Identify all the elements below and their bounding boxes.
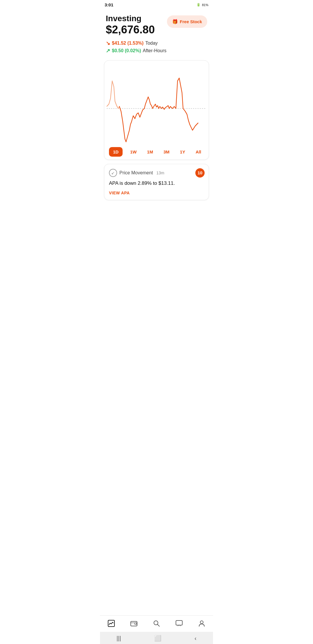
chart-area[interactable] (107, 64, 206, 145)
news-body: APA is down 2.89% to $13.11. (109, 180, 204, 187)
today-change-value: $41.52 (1.53%) (112, 41, 143, 46)
free-stock-button[interactable]: 🎁 Free Stock (167, 15, 207, 28)
down-arrow-icon: ↘ (106, 40, 110, 46)
tab-3m[interactable]: 3M (161, 147, 172, 157)
news-time: 13m (156, 171, 164, 175)
change-section: ↘ $41.52 (1.53%) Today ↗ $0.50 (0.02%) A… (100, 38, 213, 56)
time-tabs: 1D 1W 1M 3M 1Y All (107, 147, 206, 157)
after-hours-change-value: $0.50 (0.02%) (112, 48, 141, 53)
page-title: Investing (106, 14, 155, 23)
news-header: ↙ Price Movement 13m (109, 169, 204, 177)
header-left: Investing $2,676.80 (106, 14, 155, 36)
after-hours-label: After-Hours (143, 48, 167, 53)
tab-1d[interactable]: 1D (109, 147, 123, 157)
view-apa-link[interactable]: VIEW APA (109, 191, 204, 195)
price-chart (107, 64, 206, 145)
chart-card: 1D 1W 1M 3M 1Y All (104, 60, 209, 160)
tab-all[interactable]: All (193, 147, 204, 157)
tab-1y[interactable]: 1Y (177, 147, 188, 157)
today-label: Today (145, 41, 158, 46)
gift-icon: 🎁 (172, 19, 178, 24)
up-arrow-icon: ↗ (106, 48, 110, 54)
status-time: 3:01 (105, 2, 113, 7)
news-title: Price Movement (119, 170, 153, 176)
news-badge: 10 (195, 168, 205, 178)
battery-icon: 🔋 (196, 3, 201, 7)
status-bar: 3:01 🔋 81% (100, 0, 213, 8)
battery-percent: 81% (202, 3, 208, 7)
tab-1w[interactable]: 1W (127, 147, 140, 157)
header: Investing $2,676.80 🎁 Free Stock (100, 8, 213, 38)
status-icons: 🔋 81% (196, 3, 208, 7)
after-hours-change-row: ↗ $0.50 (0.02%) After-Hours (106, 48, 207, 54)
price-movement-icon: ↙ (109, 169, 117, 177)
news-card[interactable]: ↙ Price Movement 13m 10 APA is down 2.89… (104, 164, 209, 200)
today-change-row: ↘ $41.52 (1.53%) Today (106, 40, 207, 46)
tab-1m[interactable]: 1M (144, 147, 156, 157)
portfolio-value: $2,676.80 (106, 24, 155, 36)
free-stock-label: Free Stock (180, 19, 202, 24)
